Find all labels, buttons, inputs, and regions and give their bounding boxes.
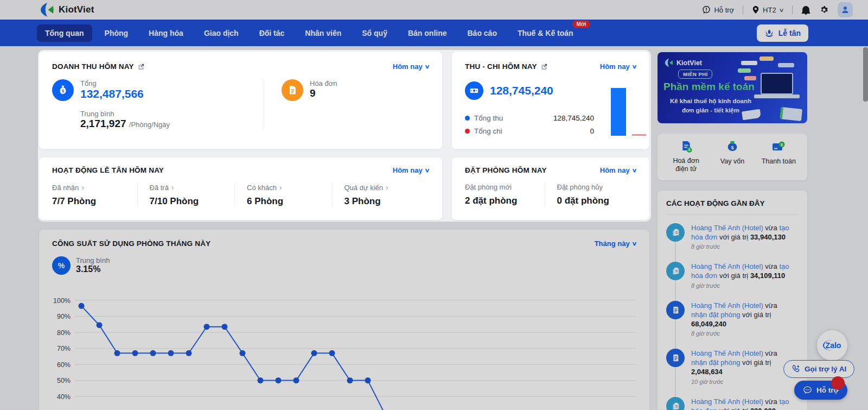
kiotviet-dashboard: KiotViet Hỗ trợ HT2 ∨ <box>0 0 868 410</box>
activity-value: 68,049,240 <box>691 320 726 328</box>
stat-label: Đã nhận <box>52 184 79 192</box>
svg-text:50%: 50% <box>57 377 71 384</box>
banner-illustration <box>754 73 800 99</box>
settings-button[interactable] <box>819 5 829 15</box>
activity-time: 8 giờ trước <box>691 282 792 289</box>
tab-giao-dich[interactable]: Giao dịch <box>196 24 247 42</box>
stat-value: 0 đặt phòng <box>557 195 631 206</box>
activity-value: 220,000 <box>750 407 776 410</box>
cash-icon <box>465 81 483 100</box>
period-dropdown[interactable]: Hôm nay ∨ <box>393 166 429 174</box>
period-label: Hôm nay <box>393 62 423 71</box>
tab-tong-quan[interactable]: Tổng quan <box>37 24 92 42</box>
activity-actor-link[interactable]: Hoàng Thế Anh (Hotel) <box>691 301 763 310</box>
income-row: Tổng thu 128,745,240 <box>465 114 594 122</box>
stat-label: Có khách <box>247 184 277 192</box>
promo-banner[interactable]: KiotViet MIỄN PHÍ Phần mềm kế toán Kê kh… <box>658 52 807 123</box>
activity-text: Hoàng Thế Anh (Hotel) vừa tạo hóa đơn vớ… <box>691 262 792 280</box>
activity-actor-link[interactable]: Hoàng Thế Anh (Hotel) <box>691 262 763 270</box>
usage-line-chart: 100%90%80%70%60%50%40% <box>50 294 639 410</box>
activity-text: Hoàng Thế Anh (Hotel) vừa tạo hóa đơn vớ… <box>691 223 792 242</box>
tab-hang-hoa[interactable]: Hàng hóa <box>141 24 192 42</box>
activity-action-link[interactable]: nhận đặt phòng <box>691 358 740 367</box>
quick-payment[interactable]: $ Thanh toán <box>756 140 802 174</box>
period-dropdown[interactable]: Hôm nay ∨ <box>600 166 636 174</box>
activity-item: Hoàng Thế Anh (Hotel) vừa tạo hóa đơn vớ… <box>666 217 799 256</box>
help-menu[interactable]: Hỗ trợ <box>702 5 734 14</box>
stat-overdue[interactable]: Quá dự kiến› 3 Phòng <box>332 183 430 207</box>
period-dropdown[interactable]: Hôm nay ∨ <box>600 62 636 71</box>
ai-assistant-call-button[interactable]: Gọi trợ lý AI <box>783 360 854 378</box>
chevron-down-icon: ∨ <box>631 167 637 173</box>
tab-so-quy[interactable]: Sổ quỹ <box>354 24 395 42</box>
scrollbar-thumb[interactable] <box>863 47 868 102</box>
top-bar: KiotViet Hỗ trợ HT2 ∨ <box>0 0 868 20</box>
external-link-icon[interactable] <box>138 63 145 70</box>
quick-einvoice[interactable]: $ Hoá đơn điện tử <box>663 140 709 174</box>
external-link-icon[interactable] <box>541 63 548 70</box>
svg-text:$: $ <box>781 142 783 147</box>
tab-nhan-vien[interactable]: Nhân viên <box>297 24 349 42</box>
activity-actor-link[interactable]: Hoàng Thế Anh (Hotel) <box>691 398 763 406</box>
person-icon <box>841 5 850 14</box>
notifications-button[interactable] <box>801 5 810 15</box>
activity-actor-link[interactable]: Hoàng Thế Anh (Hotel) <box>691 224 763 232</box>
income-dot <box>465 116 470 121</box>
banner-title: Phần mềm kế toán <box>663 81 755 93</box>
kiotviet-logo[interactable]: KiotViet <box>40 2 94 17</box>
banner-subtitle-line2: đơn giản - tiết kiệm <box>682 107 739 113</box>
reception-activity-card: HOẠT ĐỘNG LỄ TÂN HÔM NAY Hôm nay ∨ Đã nh… <box>39 157 442 220</box>
income-value: 128,745,240 <box>553 114 594 122</box>
quick-loan[interactable]: $ Vay vốn <box>709 140 755 174</box>
zalo-label: Zalo <box>823 340 842 351</box>
svg-text:70%: 70% <box>57 345 71 352</box>
stat-label: Đặt phòng mới <box>465 183 512 191</box>
bell-icon <box>801 5 810 15</box>
svg-text:100%: 100% <box>53 297 71 305</box>
brand-name: KiotViet <box>59 4 94 15</box>
chevron-down-icon: ∨ <box>631 241 637 247</box>
activity-value: 34,109,110 <box>750 272 785 280</box>
stat-occupied[interactable]: Có khách› 6 Phòng <box>234 183 332 207</box>
booking-title: ĐẶT PHÒNG HÔM NAY <box>465 166 547 174</box>
location-pin-icon <box>752 5 760 14</box>
stat-label: Quá dự kiến <box>344 184 384 192</box>
stat-value: 3 Phòng <box>344 196 424 207</box>
tab-ban-online[interactable]: Bán online <box>400 24 455 42</box>
revenue-title: DOANH THU HÔM NAY <box>52 62 134 71</box>
stat-value: 7/10 Phòng <box>150 196 229 207</box>
activity-word: với giá trị <box>742 311 771 319</box>
activity-word: với giá trị <box>719 407 748 410</box>
svg-text:$: $ <box>731 145 733 150</box>
chevron-right-icon: › <box>81 183 84 192</box>
tab-doi-tac[interactable]: Đối tác <box>251 24 293 42</box>
activity-actor-link[interactable]: Hoàng Thế Anh (Hotel) <box>691 349 763 357</box>
chat-bubble-icon <box>803 386 812 395</box>
chevron-right-icon: › <box>386 183 388 192</box>
booking-today-card: ĐẶT PHÒNG HÔM NAY Hôm nay ∨ Đặt phòng mớ… <box>452 157 649 220</box>
tab-bao-cao[interactable]: Báo cáo <box>459 24 505 42</box>
banner-docs-illustration <box>780 107 802 121</box>
activity-item: Hoàng Thế Anh (Hotel) vừa nhận đặt phòng… <box>666 343 799 390</box>
svg-text:60%: 60% <box>57 361 71 369</box>
svg-text:$: $ <box>688 148 691 152</box>
quick-label: Vay vốn <box>720 157 744 166</box>
tab-thue-ke-toan[interactable]: Thuế & Kế toán Mới <box>509 24 582 42</box>
tab-phong[interactable]: Phòng <box>97 24 137 42</box>
invoice-count: 9 <box>310 87 337 99</box>
receptionist-button[interactable]: Lễ tân <box>757 24 808 42</box>
avg-value: 2,171,927 <box>80 118 126 129</box>
branch-selector[interactable]: HT2 ∨ <box>752 5 783 14</box>
period-label: Tháng này <box>595 239 630 248</box>
user-avatar[interactable] <box>838 2 853 17</box>
new-badge: Mới <box>572 20 590 28</box>
stat-checked-in[interactable]: Đã nhận› 7/7 Phòng <box>52 183 137 207</box>
activity-action-link[interactable]: nhận đặt phòng <box>691 311 740 319</box>
zalo-button[interactable]: Zalo <box>817 330 847 361</box>
usage-avg-value: 3.15% <box>76 264 110 274</box>
period-dropdown[interactable]: Tháng này ∨ <box>595 239 636 248</box>
avg-label: Trung bình <box>80 110 264 118</box>
stat-checked-out[interactable]: Đã trả› 7/10 Phòng <box>137 183 235 207</box>
reception-title: HOẠT ĐỘNG LỄ TÂN HÔM NAY <box>52 166 164 174</box>
period-dropdown[interactable]: Hôm nay ∨ <box>393 62 429 71</box>
